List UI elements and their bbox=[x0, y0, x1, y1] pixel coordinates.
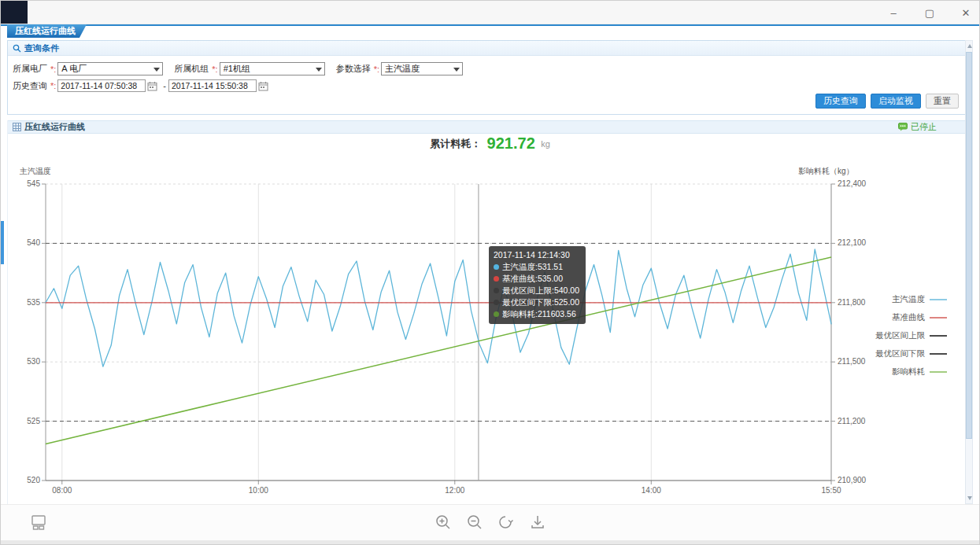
unit-required-mark: *: bbox=[212, 64, 217, 74]
vertical-scrollbar[interactable] bbox=[965, 40, 973, 504]
status-text: 已停止 bbox=[911, 121, 937, 133]
tooltip-series-dot bbox=[494, 264, 499, 270]
svg-text:525: 525 bbox=[27, 417, 40, 425]
legend-item[interactable]: 最优区间下限 bbox=[859, 349, 947, 358]
svg-text:12:00: 12:00 bbox=[445, 486, 464, 495]
message-bubble-icon bbox=[898, 123, 908, 131]
history-label: 历史查询 bbox=[13, 80, 47, 92]
summary-unit: kg bbox=[541, 139, 550, 149]
start-datetime-input[interactable] bbox=[57, 79, 146, 92]
restore-icon[interactable] bbox=[497, 513, 516, 532]
reset-button[interactable]: 重置 bbox=[926, 94, 959, 109]
query-button-row: 历史查询 启动监视 重置 bbox=[815, 94, 959, 109]
minimize-button[interactable]: – bbox=[885, 7, 902, 19]
close-button[interactable]: ✕ bbox=[957, 7, 974, 19]
chart-legend: 主汽温度基准曲线最优区间上限最优区间下限影响料耗 bbox=[859, 295, 947, 385]
svg-text:520: 520 bbox=[27, 476, 40, 484]
tooltip-item-text: 最优区间下限:525.00 bbox=[502, 296, 579, 308]
tooltip-item-text: 最优区间上限:540.00 bbox=[502, 285, 579, 296]
scroll-down-icon[interactable] bbox=[967, 496, 972, 500]
query-panel-title: 查询条件 bbox=[24, 42, 59, 54]
tooltip-item: 最优区间下限:525.00 bbox=[494, 296, 579, 308]
tooltip-item: 主汽温度:531.51 bbox=[494, 261, 579, 273]
scrollbar-thumb[interactable] bbox=[966, 52, 972, 439]
parameter-label: 参数选择 bbox=[336, 63, 371, 75]
plant-select[interactable]: A 电厂 bbox=[57, 62, 163, 75]
legend-item[interactable]: 最优区间上限 bbox=[859, 331, 947, 340]
chevron-down-icon bbox=[316, 68, 322, 72]
title-bar: – ▢ ✕ bbox=[1, 1, 979, 24]
legend-label: 主汽温度 bbox=[892, 294, 925, 305]
tooltip-item-text: 主汽温度:531.51 bbox=[502, 261, 563, 273]
tooltip-item-text: 影响料耗:211603.56 bbox=[502, 308, 576, 320]
tooltip-series-dot bbox=[494, 288, 499, 293]
plant-label: 所属电厂 bbox=[13, 63, 47, 75]
search-icon bbox=[13, 44, 21, 53]
download-icon[interactable] bbox=[528, 513, 547, 532]
query-row-selects: 所属电厂 *: A 电厂 所属机组 *: #1机组 参数选择 *: 主汽温度 bbox=[13, 62, 463, 75]
parameter-select[interactable]: 主汽温度 bbox=[381, 62, 463, 75]
calendar-icon[interactable] bbox=[258, 81, 268, 91]
parameter-required-mark: *: bbox=[374, 64, 379, 74]
tabstrip-divider bbox=[1, 24, 979, 26]
legend-line-marker bbox=[930, 353, 947, 355]
svg-text:10:00: 10:00 bbox=[249, 486, 268, 495]
window-bottom-strip bbox=[1, 540, 979, 545]
monitor-status: 已停止 bbox=[898, 121, 937, 133]
calendar-icon[interactable] bbox=[147, 81, 157, 91]
svg-text:535: 535 bbox=[27, 298, 40, 307]
chart-tooltip: 2017-11-14 12:14:30主汽温度:531.51基准曲线:535.0… bbox=[489, 246, 586, 324]
app-window: – ▢ ✕ 压红线运行曲线 查询条件 所属电厂 *: A 电厂 所属机组 *: bbox=[0, 0, 980, 545]
legend-line-marker bbox=[930, 317, 947, 319]
chevron-down-icon bbox=[453, 68, 460, 72]
end-datetime-input[interactable] bbox=[168, 79, 257, 92]
svg-text:14:00: 14:00 bbox=[642, 486, 661, 495]
svg-text:212,400: 212,400 bbox=[838, 179, 867, 188]
chart-panel-title: 压红线运行曲线 bbox=[24, 121, 85, 133]
query-panel: 查询条件 所属电厂 *: A 电厂 所属机组 *: #1机组 参数选择 *: 主… bbox=[7, 40, 966, 115]
zoom-out-icon[interactable] bbox=[465, 513, 484, 532]
tooltip-item: 基准曲线:535.00 bbox=[494, 273, 579, 285]
legend-line-marker bbox=[930, 299, 947, 300]
svg-text:212,100: 212,100 bbox=[838, 238, 867, 247]
tooltip-series-dot bbox=[494, 276, 499, 282]
svg-text:540: 540 bbox=[27, 238, 40, 247]
start-monitor-button[interactable]: 启动监视 bbox=[871, 94, 921, 109]
svg-text:210,900: 210,900 bbox=[838, 476, 867, 484]
svg-text:211,200: 211,200 bbox=[838, 417, 866, 425]
scroll-up-icon[interactable] bbox=[967, 44, 972, 48]
unit-select-value: #1机组 bbox=[224, 64, 250, 73]
query-row-dates: 历史查询 *: - bbox=[13, 79, 272, 92]
svg-text:08:00: 08:00 bbox=[52, 486, 72, 495]
svg-text:530: 530 bbox=[27, 357, 40, 366]
tooltip-item: 最优区间上限:540.00 bbox=[494, 285, 579, 296]
app-logo-icon bbox=[1, 1, 28, 24]
tooltip-item-text: 基准曲线:535.00 bbox=[502, 273, 563, 285]
plant-select-value: A 电厂 bbox=[61, 64, 87, 73]
bottom-toolbar bbox=[1, 504, 979, 540]
zoom-in-icon[interactable] bbox=[434, 513, 453, 532]
unit-select[interactable]: #1机组 bbox=[220, 62, 325, 75]
grid-icon bbox=[13, 123, 21, 131]
left-edge-scroll-thumb[interactable] bbox=[1, 221, 4, 264]
plant-required-mark: *: bbox=[50, 64, 56, 74]
query-panel-header: 查询条件 bbox=[8, 41, 965, 56]
tab-curve[interactable]: 压红线运行曲线 bbox=[7, 24, 87, 38]
unit-label: 所属机组 bbox=[174, 63, 209, 75]
date-separator: - bbox=[163, 81, 166, 90]
summary-value: 921.72 bbox=[487, 134, 535, 152]
legend-line-marker bbox=[930, 335, 947, 337]
legend-item[interactable]: 影响料耗 bbox=[859, 367, 947, 376]
legend-item[interactable]: 基准曲线 bbox=[859, 313, 947, 322]
summary-bar: 累计料耗： 921.72 kg bbox=[1, 134, 979, 153]
tooltip-item: 影响料耗:211603.56 bbox=[494, 308, 579, 320]
parameter-select-value: 主汽温度 bbox=[385, 64, 420, 73]
legend-item[interactable]: 主汽温度 bbox=[859, 295, 947, 304]
legend-label: 最优区间下限 bbox=[875, 348, 925, 359]
data-view-icon[interactable] bbox=[29, 513, 48, 532]
maximize-button[interactable]: ▢ bbox=[921, 7, 938, 19]
chart-canvas[interactable]: 08:0010:0012:0014:0015:50545212,40054021… bbox=[1, 158, 980, 504]
history-query-button[interactable]: 历史查询 bbox=[815, 94, 866, 109]
summary-label: 累计料耗： bbox=[430, 138, 481, 149]
legend-label: 基准曲线 bbox=[892, 312, 925, 323]
